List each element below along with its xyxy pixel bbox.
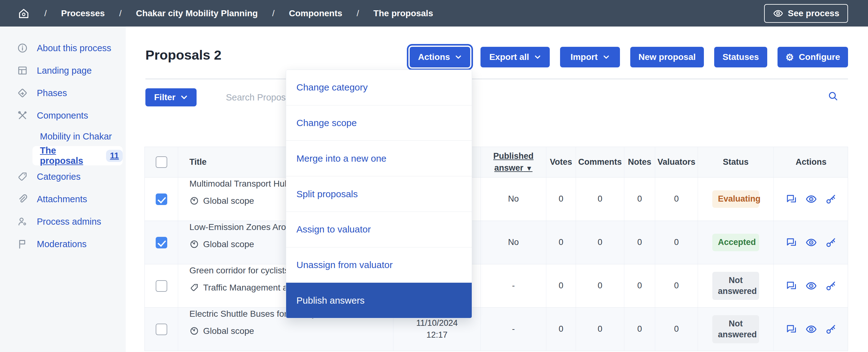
breadcrumb-process-name[interactable]: Chakar city Mobility Planning <box>136 8 258 19</box>
menu-item-assign-to-valuator[interactable]: Assign to valuator <box>286 212 472 247</box>
tools-icon <box>17 110 28 121</box>
chevron-down-icon <box>534 54 541 61</box>
published-answer-sort[interactable]: Published answer ▼ <box>490 150 537 174</box>
permissions-key-icon[interactable] <box>825 280 837 292</box>
proposal-scope: Global scope <box>203 238 254 250</box>
preview-eye-icon[interactable] <box>805 193 817 205</box>
published-answer-cell: - <box>481 308 546 351</box>
proposal-scope: Global scope <box>203 195 254 207</box>
comments-cell: 0 <box>576 264 624 307</box>
eye-icon <box>773 8 783 19</box>
scope-icon <box>189 239 199 249</box>
sidebar-item-the-proposals[interactable]: The proposals 11 <box>32 146 123 166</box>
breadcrumb-components[interactable]: Components <box>289 8 342 19</box>
sidebar-item-landing-page[interactable]: Landing page <box>0 59 126 82</box>
info-circle-icon <box>17 42 28 54</box>
menu-item-change-scope[interactable]: Change scope <box>286 106 472 141</box>
sidebar-item-components[interactable]: Components <box>0 104 126 127</box>
comments-cell: 0 <box>576 221 624 264</box>
sidebar: About this process Landing page Phases C… <box>0 27 126 352</box>
header-actions: Actions <box>774 147 848 177</box>
new-proposal-button[interactable]: New proposal <box>630 47 704 67</box>
proposals-admin-page: / Processes / Chakar city Mobility Plann… <box>0 0 868 352</box>
row-checkbox[interactable] <box>156 324 167 335</box>
breadcrumb-processes[interactable]: Processes <box>61 8 105 19</box>
tag-icon <box>189 283 199 292</box>
proposals-count-badge: 11 <box>106 150 123 162</box>
permissions-key-icon[interactable] <box>825 237 837 248</box>
export-all-button[interactable]: Export all <box>480 47 550 67</box>
notes-cell: 0 <box>624 308 655 351</box>
sidebar-item-moderations[interactable]: Moderations <box>0 233 126 255</box>
breadcrumb-separator: / <box>356 8 359 19</box>
sidebar-item-about[interactable]: About this process <box>0 37 126 59</box>
notes-cell: 0 <box>624 264 655 307</box>
sidebar-item-categories[interactable]: Categories <box>0 166 126 188</box>
published-answer-cell: No <box>481 178 546 221</box>
sidebar-item-label: Categories <box>37 172 81 182</box>
filter-button[interactable]: Filter <box>145 88 196 107</box>
menu-item-split-proposals[interactable]: Split proposals <box>286 176 472 212</box>
select-all-checkbox[interactable] <box>156 156 167 168</box>
sidebar-item-label: About this process <box>37 43 112 53</box>
sidebar-item-mobility-in-chakar[interactable]: Mobility in Chakar <box>0 127 126 146</box>
sidebar-item-label: Mobility in Chakar <box>40 131 112 142</box>
answer-bubble-icon[interactable] <box>786 237 798 248</box>
search-icon[interactable] <box>828 90 839 102</box>
row-checkbox[interactable] <box>156 194 167 205</box>
see-process-button[interactable]: See process <box>764 4 848 23</box>
header-published-answer: Published answer ▼ <box>481 147 546 177</box>
notes-cell: 0 <box>624 178 655 221</box>
table-header-row: Title Published answer ▼ Votes Comments … <box>145 147 848 178</box>
published-answer-cell: No <box>481 221 546 264</box>
status-badge: Not answered <box>712 315 759 343</box>
published-answer-cell: - <box>481 264 546 307</box>
preview-eye-icon[interactable] <box>805 280 817 292</box>
proposal-title[interactable]: Multimodal Transport Hubs <box>189 178 294 190</box>
permissions-key-icon[interactable] <box>825 193 837 205</box>
preview-eye-icon[interactable] <box>805 237 817 248</box>
sidebar-item-attachments[interactable]: Attachments <box>0 188 126 210</box>
sidebar-item-label: Moderations <box>37 239 87 250</box>
header-comments: Comments <box>576 147 624 177</box>
answer-bubble-icon[interactable] <box>786 280 798 292</box>
statuses-button[interactable]: Statuses <box>714 47 767 67</box>
sidebar-item-label: Phases <box>37 88 67 98</box>
proposal-scope: Global scope <box>203 325 254 337</box>
row-checkbox[interactable] <box>156 237 167 248</box>
proposals-table: Title Published answer ▼ Votes Comments … <box>145 147 848 351</box>
breadcrumb: / Processes / Chakar city Mobility Plann… <box>18 7 433 20</box>
scope-icon <box>189 326 199 336</box>
sidebar-item-process-admins[interactable]: Process admins <box>0 210 126 233</box>
sidebar-item-label: Landing page <box>37 65 92 76</box>
table-row: Green corridor for cyclists and Traffic … <box>145 264 848 308</box>
actions-dropdown-menu: Change category Change scope Merge into … <box>286 69 472 318</box>
menu-item-merge-into-a-new-one[interactable]: Merge into a new one <box>286 141 472 176</box>
votes-cell: 0 <box>546 178 576 221</box>
configure-button[interactable]: ⚙ Configure <box>777 47 848 67</box>
title-divider <box>145 79 848 79</box>
status-badge: Accepted <box>712 234 759 251</box>
import-button[interactable]: Import <box>560 47 620 67</box>
valuators-cell: 0 <box>655 308 698 351</box>
header-valuators: Valuators <box>655 147 698 177</box>
chevron-down-icon <box>603 54 610 61</box>
preview-eye-icon[interactable] <box>805 323 817 335</box>
answer-bubble-icon[interactable] <box>786 193 798 205</box>
row-checkbox[interactable] <box>156 280 167 292</box>
permissions-key-icon[interactable] <box>825 323 837 335</box>
gear-icon: ⚙ <box>785 52 794 63</box>
actions-button[interactable]: Actions <box>410 47 470 67</box>
breadcrumb-current[interactable]: The proposals <box>373 8 433 19</box>
sidebar-item-phases[interactable]: Phases <box>0 82 126 104</box>
menu-item-publish-answers[interactable]: Publish answers <box>286 283 472 318</box>
sort-desc-icon: ▼ <box>526 165 533 172</box>
home-icon[interactable] <box>18 7 30 20</box>
select-all-cell <box>145 147 178 177</box>
answer-bubble-icon[interactable] <box>786 323 798 335</box>
header-votes: Votes <box>546 147 576 177</box>
menu-item-unassign-from-valuator[interactable]: Unassign from valuator <box>286 247 472 283</box>
valuators-cell: 0 <box>655 221 698 264</box>
table-row: Multimodal Transport Hubs Global scope N… <box>145 178 848 221</box>
menu-item-change-category[interactable]: Change category <box>286 70 472 106</box>
